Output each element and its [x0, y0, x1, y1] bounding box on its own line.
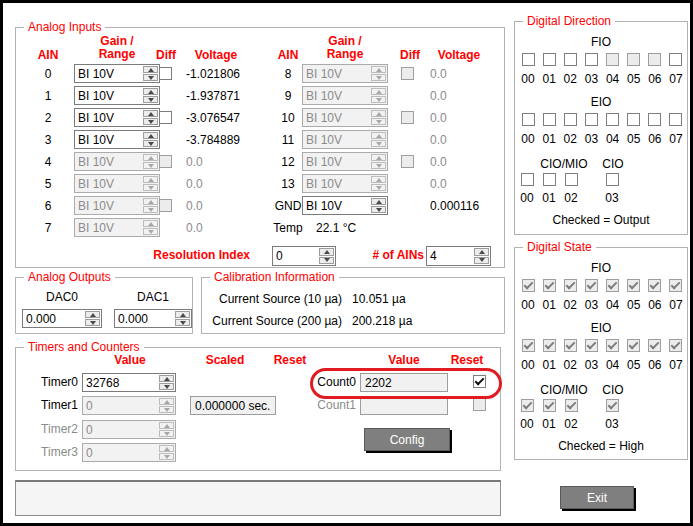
diff-checkbox[interactable] — [159, 111, 172, 124]
spinner-arrows-icon[interactable] — [142, 87, 159, 104]
ain-number: 5 — [30, 177, 66, 191]
spinner-arrows-icon — [158, 397, 175, 414]
fio-checkbox — [627, 53, 640, 66]
fio-checkbox[interactable] — [543, 53, 556, 66]
timer3-value: 0 — [83, 444, 158, 461]
exit-button[interactable]: Exit — [560, 486, 634, 509]
fio-state-checkbox — [648, 279, 661, 292]
cio-checkbox[interactable] — [606, 173, 619, 186]
timer0-value-spinner[interactable]: 32768 — [82, 373, 176, 392]
dac0-spinner[interactable]: 0.000 — [22, 309, 102, 328]
eio-state-checkbox — [606, 339, 619, 352]
num-ains-label: # of AINs — [346, 249, 424, 262]
gain-header-line1: Gain / — [100, 34, 133, 48]
bit-label: 00 — [517, 417, 537, 431]
gain-range-value: BI 10V — [75, 219, 142, 236]
fio-checkbox[interactable] — [522, 53, 535, 66]
bit-label: 02 — [561, 417, 581, 431]
fio-checkbox — [648, 53, 661, 66]
diff-checkbox[interactable] — [159, 67, 172, 80]
gain-range-spinner[interactable]: BI 10V — [302, 196, 388, 215]
resolution-row: Resolution Index 0 # of AINs 4 — [16, 245, 504, 267]
eio-checkbox[interactable] — [648, 113, 661, 126]
timer-reset-header: Reset — [250, 354, 330, 367]
fio-state-checkbox — [606, 279, 619, 292]
eio-state-checkbox — [585, 339, 598, 352]
spinner-arrows-icon — [370, 153, 387, 170]
cio-state-checkbox — [606, 399, 619, 412]
gain-range-value: BI 10V — [75, 87, 142, 104]
fio-bit-labels: 00 01 02 03 04 05 06 07 — [518, 298, 686, 312]
eio-checkbox[interactable] — [669, 113, 682, 126]
bit-label: 05 — [627, 298, 640, 312]
eio-checkbox[interactable] — [585, 113, 598, 126]
eio-checkbox[interactable] — [564, 113, 577, 126]
bit-label: 03 — [585, 132, 598, 146]
bit-label: 01 — [539, 417, 559, 431]
ain-row: 6 BI 10V 0.0 GND BI 10V 0.000116 — [16, 196, 504, 216]
spinner-arrows-icon[interactable] — [370, 197, 387, 214]
gain-range-spinner: BI 10V — [74, 152, 160, 171]
count0-label: Count0 — [304, 375, 356, 389]
bit-label: 02 — [564, 72, 577, 86]
eio-checkbox[interactable] — [627, 113, 640, 126]
gain-range-spinner: BI 10V — [74, 174, 160, 193]
fio-checkbox — [606, 53, 619, 66]
status-box — [15, 480, 501, 516]
gain-range-spinner[interactable]: BI 10V — [74, 64, 160, 83]
spinner-arrows-icon[interactable] — [158, 374, 175, 391]
cio-mio-checkbox[interactable] — [565, 173, 578, 186]
ain-row: 4 BI 10V 0.0 12 BI 10V 0.0 — [16, 152, 504, 172]
spinner-arrows-icon[interactable] — [142, 65, 159, 82]
spinner-arrows-icon — [158, 444, 175, 461]
eio-state-checkbox — [669, 339, 682, 352]
bit-label: 00 — [521, 72, 534, 86]
gain-range-spinner[interactable]: BI 10V — [74, 108, 160, 127]
spinner-arrows-icon[interactable] — [142, 131, 159, 148]
fio-label: FIO — [515, 261, 687, 275]
fio-state-checkbox — [585, 279, 598, 292]
eio-checkbox[interactable] — [543, 113, 556, 126]
bit-label: 06 — [648, 358, 661, 372]
gain-range-spinner: BI 10V — [302, 64, 388, 83]
spinner-arrows-icon[interactable] — [318, 247, 335, 265]
dac0-label: DAC0 — [22, 290, 102, 304]
gain-range-spinner[interactable]: BI 10V — [74, 130, 160, 149]
dac1-spinner[interactable]: 0.000 — [114, 309, 192, 328]
dac0-value: 0.000 — [23, 310, 84, 327]
count0-reset-checkbox[interactable] — [473, 375, 486, 388]
ain-number: 1 — [30, 89, 66, 103]
eio-checkbox[interactable] — [606, 113, 619, 126]
gain-range-value: BI 10V — [75, 131, 142, 148]
gain-range-header-right: Gain /Range — [302, 35, 388, 61]
timers-counters-group: Timers and Counters Value Scaled Reset V… — [15, 347, 501, 471]
digital-state-group: Digital State FIO 00 01 02 03 04 05 06 0… — [514, 247, 688, 460]
config-button[interactable]: Config — [364, 428, 450, 451]
voltage-header-left: Voltage — [180, 49, 252, 62]
cio-mio-checkbox[interactable] — [521, 173, 534, 186]
eio-checkbox[interactable] — [522, 113, 535, 126]
bit-label: 07 — [669, 72, 682, 86]
fio-checkbox[interactable] — [669, 53, 682, 66]
cio-mio-checkbox[interactable] — [543, 173, 556, 186]
state-legend: Checked = High — [515, 439, 687, 453]
cio-label: CIO — [587, 157, 639, 171]
spinner-arrows-icon — [370, 109, 387, 126]
fio-checkbox[interactable] — [585, 53, 598, 66]
spinner-arrows-icon[interactable] — [84, 310, 101, 327]
fio-bit-labels: 00 01 02 03 04 05 06 07 — [518, 72, 686, 86]
gain-header-line2: Range — [327, 47, 364, 61]
bit-label: 07 — [669, 298, 682, 312]
num-ains-spinner[interactable]: 4 — [426, 246, 491, 266]
dac1-value: 0.000 — [115, 310, 174, 327]
gain-range-spinner[interactable]: BI 10V — [74, 86, 160, 105]
spinner-arrows-icon[interactable] — [142, 109, 159, 126]
fio-label: FIO — [515, 35, 687, 49]
spinner-arrows-icon[interactable] — [174, 310, 191, 327]
count0-value-field[interactable]: 2202 — [360, 373, 448, 392]
spinner-arrows-icon — [370, 175, 387, 192]
fio-checkbox[interactable] — [564, 53, 577, 66]
spinner-arrows-icon[interactable] — [473, 247, 490, 265]
resolution-index-spinner[interactable]: 0 — [272, 246, 336, 266]
gain-range-value: BI 10V — [303, 153, 370, 170]
